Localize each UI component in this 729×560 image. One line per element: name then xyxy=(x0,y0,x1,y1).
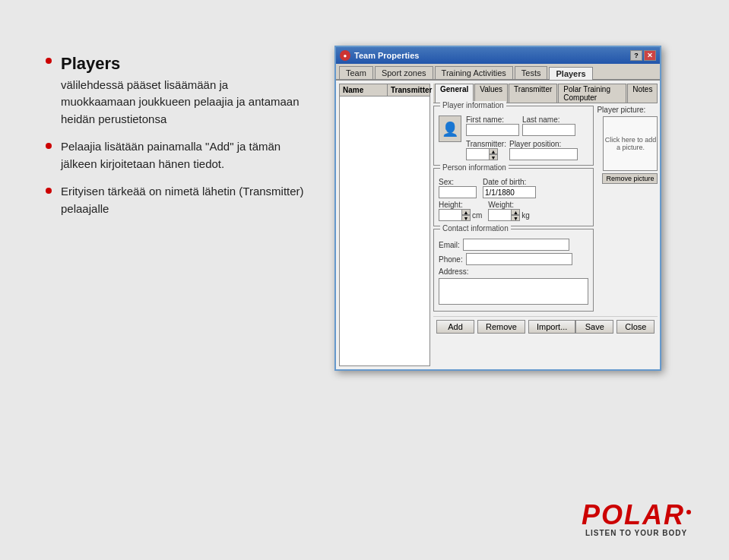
bullet-dot-3 xyxy=(46,188,52,194)
click-to-add-picture-label: Click here to add a picture. xyxy=(604,136,657,151)
email-input[interactable] xyxy=(463,239,569,251)
height-input[interactable] xyxy=(439,209,461,221)
polar-brand-text: POLAR xyxy=(582,501,691,529)
dialog-title-left: ● Team Properties xyxy=(340,50,419,61)
col-transmitter-header: Transmitter xyxy=(388,84,429,96)
dob-select-wrap[interactable]: 1/1/1880 xyxy=(483,186,536,198)
player-list-panel: Name Transmitter xyxy=(339,84,430,366)
contact-info-group-title: Contact information xyxy=(440,224,511,233)
sub-tab-notes[interactable]: Notes xyxy=(627,84,658,103)
polar-p-letter: P xyxy=(582,499,601,530)
transmitter-up-btn[interactable]: ▲ xyxy=(489,148,498,154)
sub-tab-general[interactable]: General xyxy=(435,84,474,103)
bullet-item-2: Pelaajia lisätään painamalla "Add" ja tä… xyxy=(46,138,304,172)
dialog-wrapper: ● Team Properties ? ✕ Team Sport zones T… xyxy=(334,46,661,371)
height-spinner-btns: ▲ ▼ xyxy=(461,209,471,221)
player-position-select-wrap[interactable] xyxy=(509,148,578,160)
remove-picture-button[interactable]: Remove picture xyxy=(602,173,658,184)
address-textarea[interactable] xyxy=(439,278,588,305)
polar-registered-dot xyxy=(686,510,691,514)
tab-sport-zones[interactable]: Sport zones xyxy=(375,66,433,79)
polar-tagline: LISTEN TO YOUR BODY xyxy=(585,529,687,537)
bullet-item-1: Players välilehdessä pääset lisäämään ja… xyxy=(46,53,304,128)
sub-tab-polar-training[interactable]: Polar Training Computer xyxy=(558,84,626,103)
text-panel: Players välilehdessä pääset lisäämään ja… xyxy=(46,46,304,228)
phone-row: Phone: xyxy=(439,253,588,265)
picture-label: Player picture: xyxy=(597,106,645,114)
player-position-select[interactable] xyxy=(509,148,578,160)
transmitter-position-row: Transmitter: ▲ ▼ xyxy=(466,140,588,160)
team-properties-dialog: ● Team Properties ? ✕ Team Sport zones T… xyxy=(334,46,661,371)
tab-tests[interactable]: Tests xyxy=(515,66,548,79)
remove-player-button[interactable]: Remove xyxy=(477,320,525,334)
player-avatar: 👤 xyxy=(439,115,461,142)
dob-label: Date of birth: xyxy=(483,178,536,186)
dialog-controls: ? ✕ xyxy=(630,50,656,61)
sex-select[interactable] xyxy=(439,186,477,198)
dob-select[interactable]: 1/1/1880 xyxy=(483,186,536,198)
player-details-panel: General Values Transmitter Polar Trainin… xyxy=(433,84,658,366)
email-label: Email: xyxy=(439,241,460,249)
player-info-group-title: Player information xyxy=(440,101,506,109)
height-unit-label: cm xyxy=(472,211,482,220)
transmitter-spinner[interactable]: ▲ ▼ xyxy=(466,148,506,160)
phone-label: Phone: xyxy=(439,255,463,264)
person-info-group: Person information Sex: xyxy=(433,168,594,226)
bottom-right-buttons: Save Close xyxy=(575,320,655,334)
height-down-btn[interactable]: ▼ xyxy=(461,215,471,221)
dialog-body: Name Transmitter General Values Transmit… xyxy=(336,81,660,369)
bullet-title: Players xyxy=(61,53,304,75)
transmitter-input[interactable] xyxy=(466,148,489,160)
bullet-body-3: Erityisen tärkeää on nimetä lähetin (Tra… xyxy=(61,183,304,217)
add-player-button[interactable]: Add xyxy=(436,320,474,334)
weight-down-btn[interactable]: ▼ xyxy=(511,215,520,221)
tab-team[interactable]: Team xyxy=(339,66,373,79)
help-button[interactable]: ? xyxy=(630,50,642,61)
weight-input[interactable] xyxy=(488,209,511,221)
polar-logo: POLAR LISTEN TO YOUR BODY xyxy=(582,501,691,537)
weight-spinner[interactable]: ▲ ▼ xyxy=(488,209,520,221)
height-up-btn[interactable]: ▲ xyxy=(461,209,471,215)
height-spinner[interactable]: ▲ ▼ xyxy=(439,209,471,221)
picture-panel: Player picture: Click here to add a pict… xyxy=(597,106,658,314)
contact-info-group: Contact information Email: Phone: xyxy=(433,229,594,312)
bullet-item-3: Erityisen tärkeää on nimetä lähetin (Tra… xyxy=(46,183,304,217)
tab-players[interactable]: Players xyxy=(549,67,592,80)
detail-main: Player information 👤 First name: xyxy=(433,106,594,314)
tab-training-activities[interactable]: Training Activities xyxy=(435,66,513,79)
first-name-label: First name: xyxy=(466,115,519,124)
sub-tab-values[interactable]: Values xyxy=(474,84,508,103)
weight-unit-label: kg xyxy=(521,211,530,220)
weight-up-btn[interactable]: ▲ xyxy=(511,209,520,215)
weight-spinner-btns: ▲ ▼ xyxy=(511,209,520,221)
window-close-button[interactable]: ✕ xyxy=(644,50,656,61)
bottom-left-buttons: Add Remove Import... xyxy=(436,320,575,334)
first-name-input[interactable] xyxy=(466,124,519,136)
bottom-buttons: Add Remove Import... Save Close xyxy=(433,316,658,337)
dialog-titlebar: ● Team Properties ? ✕ xyxy=(336,47,660,64)
player-info-top: 👤 First name: xyxy=(439,115,588,160)
bullet-dot-2 xyxy=(46,143,52,149)
sex-select-wrap[interactable] xyxy=(439,186,477,198)
player-fields: First name: Last name: xyxy=(466,115,588,160)
detail-content: Player information 👤 First name: xyxy=(433,106,658,314)
sex-label: Sex: xyxy=(439,178,477,186)
picture-box[interactable]: Click here to add a picture. xyxy=(603,116,658,171)
transmitter-down-btn[interactable]: ▼ xyxy=(489,154,498,160)
polar-remaining-letters: OLAR xyxy=(601,499,685,530)
bullet-body-2: Pelaajia lisätään painamalla "Add" ja tä… xyxy=(61,138,304,172)
address-row: Address: xyxy=(439,267,588,276)
height-weight-row: Height: ▲ ▼ xyxy=(439,201,588,221)
import-button[interactable]: Import... xyxy=(528,320,575,334)
name-row: First name: Last name: xyxy=(466,115,588,136)
height-label: Height: xyxy=(439,201,482,209)
close-button[interactable]: Close xyxy=(616,320,655,334)
player-list-content[interactable] xyxy=(340,96,429,324)
weight-label: Weight: xyxy=(488,201,530,209)
sub-tab-transmitter[interactable]: Transmitter xyxy=(509,84,557,103)
save-button[interactable]: Save xyxy=(575,320,613,334)
phone-input[interactable] xyxy=(466,253,572,265)
player-list-header: Name Transmitter xyxy=(340,84,429,96)
main-tabs-row: Team Sport zones Training Activities Tes… xyxy=(336,64,660,81)
last-name-input[interactable] xyxy=(522,124,575,136)
